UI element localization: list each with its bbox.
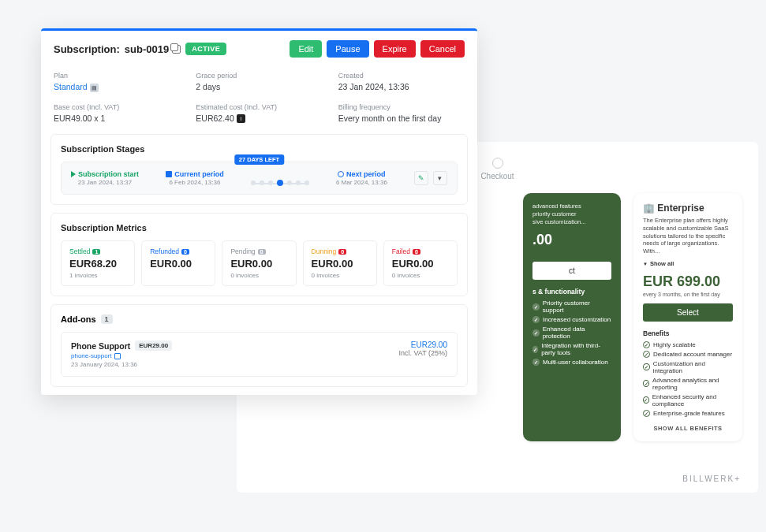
select-plan-pro-button[interactable]: ct	[532, 262, 611, 280]
modal-title-prefix: Subscription:	[54, 43, 120, 55]
edit-button[interactable]: Edit	[290, 40, 322, 58]
plan-card-enterprise: 🏢 Enterprise The Enterprise plan offers …	[633, 193, 742, 441]
metric-pending: Pending0 EUR0.00 0 invoices	[222, 240, 296, 286]
plan-link[interactable]: Standard▤	[54, 82, 180, 92]
addons-section: Add-ons 1 Phone Support EUR29.00 phone-s…	[50, 304, 468, 387]
metric-dunning: Dunning0 EUR0.00 0 invoices	[303, 240, 377, 286]
addon-price-pill: EUR29.00	[135, 340, 172, 351]
cancel-button[interactable]: Cancel	[420, 40, 465, 58]
addon-slug-link[interactable]: phone-support	[71, 352, 172, 359]
stages-section: Subscription Stages 27 DAYS LEFT Subscri…	[50, 134, 468, 205]
stage-progress-track	[251, 170, 309, 186]
days-left-badge: 27 DAYS LEFT	[234, 154, 284, 165]
subscription-details-grid: Plan Standard▤ Grace period 2 days Creat…	[41, 67, 477, 134]
addon-count-badge: 1	[101, 314, 113, 324]
show-all-desc-button[interactable]: Show all	[643, 260, 733, 267]
expand-stage-icon[interactable]: ▾	[433, 171, 447, 185]
subscription-id: sub-0019	[125, 43, 169, 55]
metric-refunded: Refunded0 EUR0.00	[141, 240, 215, 286]
expire-button[interactable]: Expire	[374, 40, 416, 58]
play-icon	[71, 171, 76, 177]
plan-card-pro: advanced features priority customer sive…	[523, 193, 621, 441]
metric-failed: Failed0 EUR0.00 0 invoices	[383, 240, 458, 286]
stage-start: Subscription start 23 Jan 2024, 13:37	[71, 170, 139, 186]
stage-next: Next period 6 Mar 2024, 13:36	[336, 170, 387, 186]
clock-icon	[338, 171, 344, 177]
copy-id-icon[interactable]	[172, 45, 181, 54]
copy-addon-slug-icon[interactable]	[114, 353, 121, 359]
subscription-detail-modal: Subscription: sub-0019 ACTIVE Edit Pause…	[41, 28, 477, 395]
select-plan-enterprise-button[interactable]: Select	[643, 303, 733, 322]
checkout-step-icon	[492, 158, 503, 169]
show-all-benefits-button[interactable]: SHOW ALL BENEFITS	[643, 425, 733, 432]
status-badge: ACTIVE	[185, 43, 226, 55]
checkout-step-label: Checkout	[480, 172, 514, 180]
addon-item: Phone Support EUR29.00 phone-support 23 …	[61, 332, 458, 377]
calendar-icon	[166, 171, 172, 177]
edit-stage-icon[interactable]: ✎	[414, 171, 428, 185]
stage-current: Current period 6 Feb 2024, 13:36	[166, 170, 224, 186]
plan-enterprise-title: 🏢 Enterprise	[643, 203, 733, 214]
metric-settled: Settled1 EUR68.20 1 invoices	[61, 240, 135, 286]
plan-enterprise-price: EUR 699.00	[643, 273, 733, 290]
metrics-section: Subscription Metrics Settled1 EUR68.20 1…	[50, 213, 468, 296]
brand-logo: BILLWERK+	[682, 474, 741, 483]
pause-button[interactable]: Pause	[327, 40, 368, 58]
